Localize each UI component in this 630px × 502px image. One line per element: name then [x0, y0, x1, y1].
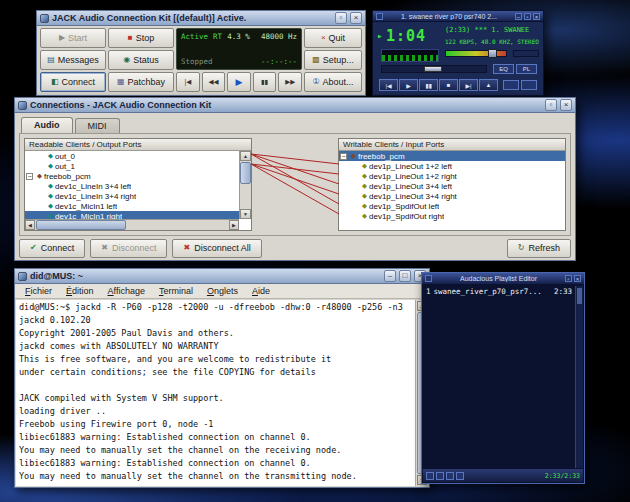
tree-row[interactable]: ◆ dev1c_MicIn1 right — [25, 211, 239, 219]
player-close-button[interactable]: × — [533, 13, 540, 20]
menu-item[interactable]: Édition — [60, 285, 100, 297]
tree-expander-icon[interactable]: − — [340, 153, 347, 160]
scroll-left-arrow[interactable]: ◀ — [25, 220, 35, 230]
player-minimize-button[interactable]: – — [515, 13, 522, 20]
connect-label: Connect — [41, 243, 75, 253]
jack-titlebar[interactable]: JACK Audio Connection Kit [(default)] Ac… — [37, 11, 365, 26]
playlist-titlebar[interactable]: Audacious Playlist Editor ▫ × — [422, 273, 584, 285]
connect-ports-button[interactable]: ✔ Connect — [19, 239, 85, 258]
terminal-line: jackd 0.102.20 — [19, 314, 413, 327]
messages-button[interactable]: ▤ Messages — [40, 50, 106, 70]
repeat-button[interactable] — [521, 80, 537, 90]
refresh-button[interactable]: ↻ Refresh — [507, 239, 571, 258]
disconnect-ports-button[interactable]: ✖ Disconnect — [90, 239, 167, 258]
tree-row[interactable]: − ◆ freebob_pcm — [25, 171, 239, 181]
stop-button[interactable]: ■ Stop — [108, 28, 174, 48]
scroll-down-arrow[interactable]: ▼ — [240, 209, 251, 219]
tree-expander-icon[interactable]: − — [26, 173, 33, 180]
visualizer[interactable] — [381, 49, 439, 62]
playlist-close-button[interactable]: × — [574, 275, 581, 282]
volume-thumb[interactable] — [488, 49, 497, 58]
shade-button[interactable]: ▫ — [335, 12, 347, 24]
scroll-right-arrow[interactable]: ▶ — [229, 220, 239, 230]
equalizer-toggle-button[interactable]: EQ — [493, 64, 514, 74]
vertical-scrollbar[interactable]: ▲ ▼ — [239, 151, 251, 219]
scrollbar-thumb[interactable] — [36, 220, 126, 230]
setup-button[interactable]: ▩ Setup... — [304, 50, 362, 70]
scrollbar-thumb[interactable] — [240, 162, 251, 184]
transport-button[interactable]: ▶ — [227, 72, 251, 92]
status-button[interactable]: ◉ Status — [108, 50, 174, 70]
player-shade-button[interactable]: ▫ — [524, 13, 531, 20]
balance-slider[interactable] — [513, 50, 539, 57]
menu-item[interactable]: Terminal — [153, 285, 199, 297]
tree-row[interactable]: ◆ dev1c_MicIn1 left — [25, 201, 239, 211]
transport-button[interactable]: ▮▮ — [419, 79, 438, 91]
quit-button[interactable]: × Quit — [304, 28, 362, 48]
transport-button[interactable]: ◀◀ — [202, 72, 226, 92]
transport-button[interactable]: ▶ — [399, 79, 418, 91]
port-label: dev1p_SpdifOut right — [369, 212, 444, 221]
select-button[interactable] — [446, 472, 454, 480]
transport-button[interactable]: ▲ — [479, 79, 498, 91]
terminal-titlebar[interactable]: did@MUS: ~ – □ × — [15, 269, 429, 284]
transport-button[interactable]: |◀ — [176, 72, 200, 92]
patchbay-button[interactable]: ▦ Patchbay — [108, 72, 174, 92]
minimize-button[interactable]: – — [384, 270, 396, 282]
playlist-scrollbar[interactable] — [575, 286, 583, 468]
player-titlebar[interactable]: 1. swanee river p70 psr740 2... – ▫ × — [373, 11, 543, 22]
terminal-output-area[interactable]: did@MUS:~$ jackd -R -P60 -p128 -t2000 -u… — [16, 300, 428, 486]
tree-row[interactable]: ◆ dev1p_SpdifOut left — [339, 201, 565, 211]
scroll-up-arrow[interactable]: ▲ — [240, 151, 251, 161]
transport-button[interactable]: ▶| — [459, 79, 478, 91]
playlist-shade-button[interactable]: ▫ — [565, 275, 572, 282]
close-button[interactable]: × — [560, 99, 572, 111]
connections-titlebar[interactable]: Connections - JACK Audio Connection Kit … — [15, 98, 575, 113]
menu-item[interactable]: Fichier — [19, 285, 58, 297]
tree-row[interactable]: ◆ dev1c_LineIn 3+4 left — [25, 181, 239, 191]
connect-button[interactable]: ◧ Connect — [40, 72, 106, 92]
tab[interactable]: Audio — [21, 117, 73, 133]
tree-row[interactable]: ◆ dev1p_LineOut 3+4 right — [339, 191, 565, 201]
misc-button[interactable] — [456, 472, 464, 480]
maximize-button[interactable]: □ — [399, 270, 411, 282]
playlist-toggle-button[interactable]: PL — [516, 64, 537, 74]
cursor-line — [19, 484, 25, 486]
start-button[interactable]: ▶ Start — [40, 28, 106, 48]
menu-item[interactable]: Affichage — [102, 285, 151, 297]
refresh-label: Refresh — [528, 243, 560, 253]
transport-button[interactable]: ▮▮ — [253, 72, 277, 92]
menu-item[interactable]: Onglets — [201, 285, 244, 297]
tree-row[interactable]: ◆ dev1p_LineOut 1+2 left — [339, 161, 565, 171]
jack-window-icon — [40, 14, 49, 23]
tree-row[interactable]: − ◆ freebob_pcm — [339, 151, 565, 161]
transport-button[interactable]: |◀ — [379, 79, 398, 91]
tree-row[interactable]: ◆ out_0 — [25, 151, 239, 161]
volume-slider[interactable] — [445, 50, 507, 57]
seek-bar[interactable] — [381, 65, 487, 73]
playlist-entry[interactable]: 1 swanee_river_p70_psr7... 2:33 — [424, 286, 574, 296]
playlist-menu-icon[interactable] — [425, 275, 432, 282]
shuffle-button[interactable] — [503, 80, 519, 90]
messages-icon: ▤ — [47, 56, 55, 64]
horizontal-scrollbar[interactable]: ◀ ▶ — [25, 219, 239, 230]
add-button[interactable] — [426, 472, 434, 480]
tree-row[interactable]: ◆ dev1p_LineOut 3+4 left — [339, 181, 565, 191]
terminal-window: did@MUS: ~ – □ × Fichier Édition Afficha… — [14, 268, 430, 488]
menu-item[interactable]: Aide — [246, 285, 276, 297]
seek-thumb[interactable] — [424, 66, 442, 72]
about-button[interactable]: ① About... — [304, 72, 362, 92]
transport-button[interactable]: ▶▶ — [278, 72, 302, 92]
close-button[interactable]: × — [350, 12, 362, 24]
tree-row[interactable]: ◆ out_1 — [25, 161, 239, 171]
disconnect-all-button[interactable]: ✖ Disconnect All — [172, 239, 261, 258]
remove-button[interactable] — [436, 472, 444, 480]
transport-button[interactable]: ■ — [439, 79, 458, 91]
player-menu-icon[interactable] — [376, 13, 383, 20]
scrollbar-thumb[interactable] — [577, 288, 582, 304]
tree-row[interactable]: ◆ dev1p_SpdifOut right — [339, 211, 565, 221]
tree-row[interactable]: ◆ dev1c_LineIn 3+4 right — [25, 191, 239, 201]
tree-row[interactable]: ◆ dev1p_LineOut 1+2 right — [339, 171, 565, 181]
tab[interactable]: MIDI — [75, 118, 120, 133]
shade-button[interactable]: ▫ — [545, 99, 557, 111]
